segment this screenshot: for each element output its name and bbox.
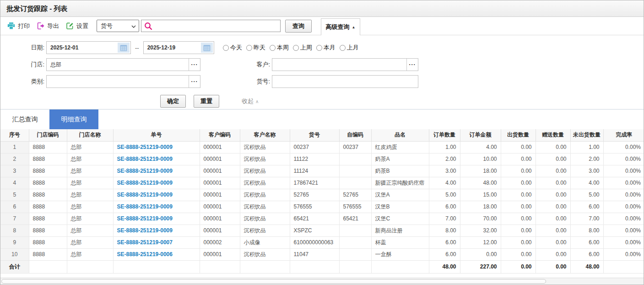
calendar-icon[interactable] <box>118 43 130 53</box>
search-field-select[interactable]: 货号 <box>97 20 139 32</box>
column-header: 门店编码 <box>29 129 67 141</box>
table-row: 68888总部SE-8888-251219-0009000001沉积饮品5765… <box>0 201 644 213</box>
quick-range-option[interactable]: 上周 <box>293 44 312 52</box>
quick-range-label: 本月 <box>324 44 336 52</box>
horizontal-scrollbar[interactable] <box>0 278 644 285</box>
table-cell: 0.00 <box>536 236 570 248</box>
total-empty-cell <box>67 260 113 273</box>
query-button[interactable]: 查询 <box>285 20 312 33</box>
table-cell: 0.00 <box>501 189 536 201</box>
search-input[interactable] <box>141 20 281 32</box>
customer-field[interactable]: ··· <box>272 58 418 71</box>
category-field[interactable]: ··· <box>46 75 200 88</box>
table-cell: SE-8888-251219-0006 <box>113 248 200 260</box>
scrollbar-thumb[interactable] <box>1 279 546 284</box>
quick-range-option[interactable]: 今天 <box>223 44 242 52</box>
radio-icon[interactable] <box>246 45 252 51</box>
table-cell: 0.00 <box>501 177 536 189</box>
order-link[interactable]: SE-8888-251219-0009 <box>117 227 173 234</box>
settings-button[interactable]: 设置 <box>66 22 88 30</box>
row-index-cell: 8 <box>0 225 29 236</box>
customer-lookup-button[interactable]: ··· <box>406 59 418 71</box>
table-cell: 0.00 <box>536 248 570 260</box>
table-cell: 0.00% <box>603 177 644 189</box>
column-header: 客户名称 <box>240 129 290 141</box>
table-cell: 总部 <box>67 248 113 260</box>
radio-icon[interactable] <box>316 45 322 51</box>
row-index-cell: 5 <box>0 189 29 201</box>
quick-range-label: 上周 <box>300 44 312 52</box>
collapse-link[interactable]: 收起 ∧ <box>242 97 259 105</box>
table-cell: 沉积饮品 <box>240 177 290 189</box>
table-row: 18888总部SE-8888-251219-0009000001沉积饮品0023… <box>0 141 644 153</box>
advanced-query-button[interactable]: 高级查询 ▲ <box>321 18 360 35</box>
table-cell: 12.00 <box>460 236 501 248</box>
order-link[interactable]: SE-8888-251219-0009 <box>117 180 173 186</box>
order-link[interactable]: SE-8888-251219-0006 <box>117 251 173 258</box>
tab-detail-query[interactable]: 明细查询 <box>49 110 98 129</box>
date-from-field[interactable]: 2025-12-01 <box>46 41 131 54</box>
table-cell: 总部 <box>67 189 113 201</box>
confirm-button[interactable]: 确定 <box>160 95 186 108</box>
table-cell: 8888 <box>29 201 67 213</box>
order-link[interactable]: SE-8888-251219-0009 <box>117 168 173 174</box>
table-cell: SE-8888-251219-0009 <box>113 141 200 153</box>
quick-range-option[interactable]: 本周 <box>270 44 289 52</box>
table-cell: 0.00 <box>536 141 570 153</box>
radio-icon[interactable] <box>270 45 276 51</box>
item-field[interactable] <box>272 75 418 88</box>
store-field[interactable]: 总部 ··· <box>46 58 200 71</box>
radio-icon[interactable] <box>223 45 229 51</box>
radio-icon[interactable] <box>340 45 346 51</box>
calendar-icon[interactable] <box>201 43 213 53</box>
category-lookup-button[interactable]: ··· <box>189 76 200 88</box>
print-button[interactable]: 打印 <box>7 22 30 30</box>
total-empty-cell <box>339 260 371 273</box>
table-cell: 汉堡B <box>371 201 429 213</box>
total-value-cell: 227.00 <box>460 260 501 273</box>
table-cell: 65421 <box>339 213 371 225</box>
order-link[interactable]: SE-8888-251219-0009 <box>117 144 173 150</box>
table-cell: 沉积饮品 <box>240 248 290 260</box>
table-cell: 0.00 <box>536 213 570 225</box>
column-header: 订单数量 <box>429 129 460 141</box>
radio-icon[interactable] <box>293 45 299 51</box>
table-cell: SE-8888-251219-0007 <box>113 236 200 248</box>
order-link[interactable]: SE-8888-251219-0009 <box>117 156 173 162</box>
quick-range-label: 本周 <box>277 44 289 52</box>
table-cell: 0.00% <box>603 165 644 177</box>
quick-range-option[interactable]: 昨天 <box>246 44 265 52</box>
table-cell: 6100000000063 <box>290 236 339 248</box>
row-index-cell: 9 <box>0 236 29 248</box>
export-button[interactable]: 导出 <box>37 22 59 30</box>
date-to-field[interactable]: 2025-12-19 <box>143 41 214 54</box>
table-cell: 奶茶B <box>371 165 429 177</box>
table-cell: 6.00 <box>429 201 460 213</box>
column-header: 序号 <box>0 129 29 141</box>
total-value-cell: 48.00 <box>570 260 603 273</box>
table-cell: 0.00% <box>603 153 644 165</box>
order-link[interactable]: SE-8888-251219-0009 <box>117 203 173 210</box>
total-empty-cell <box>290 260 339 273</box>
store-lookup-button[interactable]: ··· <box>189 59 200 71</box>
item-label: 货号: <box>243 77 270 86</box>
total-empty-cell <box>371 260 429 273</box>
table-cell: 红皮鸡蛋 <box>371 141 429 153</box>
table-cell: 总部 <box>67 141 113 153</box>
total-empty-cell <box>200 260 240 273</box>
reset-button[interactable]: 重置 <box>194 95 219 108</box>
table-cell: 0.00 <box>501 213 536 225</box>
quick-range-option[interactable]: 本月 <box>316 44 336 52</box>
quick-range-option[interactable]: 上月 <box>340 44 359 52</box>
date-from-value: 2025-12-01 <box>47 44 78 51</box>
order-link[interactable]: SE-8888-251219-0009 <box>117 215 173 222</box>
table-cell: 0.00 <box>536 177 570 189</box>
table-cell: 576555 <box>339 201 371 213</box>
order-link[interactable]: SE-8888-251219-0007 <box>117 239 173 246</box>
table-cell: 8888 <box>29 189 67 201</box>
order-link[interactable]: SE-8888-251219-0009 <box>117 192 173 198</box>
table-cell: 1.00 <box>570 141 603 153</box>
tab-summary-query[interactable]: 汇总查询 <box>0 110 49 129</box>
column-header: 未出货数量 <box>570 129 603 141</box>
row-index-cell: 4 <box>0 177 29 189</box>
